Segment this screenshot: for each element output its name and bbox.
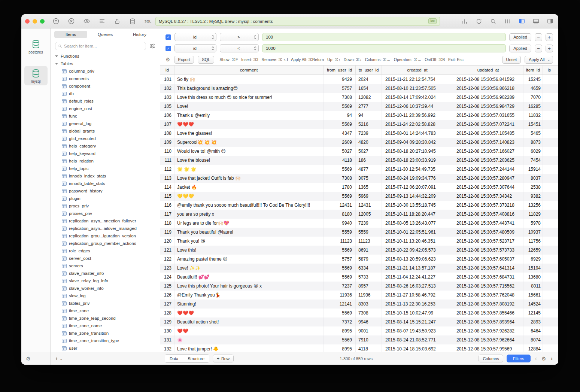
cell-created_at[interactable]: 2015-11-27 10:58:46.792 [382, 291, 453, 300]
cell-updated_at[interactable]: 2015-12-08 15:30:57.307644 [453, 183, 523, 192]
cell-item_id[interactable]: 5978 [523, 219, 543, 228]
table-row[interactable]: 122Amazing pastel theme 😊575758792015-08… [160, 255, 558, 264]
sidebar-table-item[interactable]: func [51, 112, 160, 120]
cell-item_id[interactable]: 6029 [523, 147, 543, 156]
cell-is_[interactable] [543, 147, 558, 156]
sidebar-table-item[interactable]: global_grants [51, 127, 160, 135]
cell-is_[interactable] [543, 291, 558, 300]
cell-updated_at[interactable]: 2015-12-08 15:30:57.962664 [453, 335, 523, 344]
cell-item_id[interactable]: 16285 [523, 102, 543, 111]
cell-comment[interactable]: Love! ✨✨ [174, 264, 324, 273]
cell-created_at[interactable]: 2015-08-14 17:09:42.024 [382, 93, 453, 102]
cell-from_user_id[interactable]: 9429 [324, 75, 356, 84]
table-row[interactable]: 121Love this!556986912015-10-22 09:42:05… [160, 246, 558, 255]
table-row[interactable]: 120Thank you! 😘11123111232015-10-11 13:2… [160, 237, 558, 246]
table-row[interactable]: 132Love that jumper! 🐥899541182015-10-24… [160, 344, 558, 352]
cell-item_id[interactable]: 6464 [523, 326, 543, 335]
cell-updated_at[interactable]: 2015-12-08 15:30:56.984729 [453, 102, 523, 111]
cell-to_user_id[interactable]: 7239 [356, 219, 382, 228]
sidebar-table-item[interactable]: help_category [51, 142, 160, 150]
cell-comment[interactable]: Love this photo! Your hair is gorgeous 😛… [174, 282, 324, 291]
cell-item_id[interactable]: 15451 [523, 120, 543, 129]
cell-id[interactable]: 114 [160, 183, 174, 192]
cell-is_[interactable] [543, 309, 558, 317]
cell-created_at[interactable]: 2015-11-30 12:54:49.735 [382, 165, 453, 174]
table-row[interactable]: 107❤️❤️❤️556952162015-11-24 22:02:58.828… [160, 120, 558, 129]
data-view-button[interactable]: Data [165, 355, 183, 362]
cell-to_user_id[interactable]: 9946 [356, 317, 382, 326]
cell-from_user_id[interactable]: 2609 [324, 138, 356, 147]
cell-updated_at[interactable]: 2015-12-08 15:30:57.99569 [453, 344, 523, 352]
cell-updated_at[interactable]: 2015-12-08 15:30:57.443741 [453, 219, 523, 228]
table-row[interactable]: 123Love! ✨✨556963342015-11-21 14:13:57.1… [160, 264, 558, 273]
table-row[interactable]: 116@emily thank you soooo much beautiful… [160, 201, 558, 210]
cell-item_id[interactable]: 5465 [523, 129, 543, 138]
cell-is_[interactable] [543, 129, 558, 138]
filter-column-select[interactable]: id [174, 44, 216, 52]
cell-created_at[interactable]: 2015-08-10 21:23:57.505 [382, 84, 453, 93]
table-row[interactable]: 106Thank u @emily94942015-10-11 20:39:56… [160, 111, 558, 120]
cell-updated_at[interactable]: 2015-12-08 15:30:57.684731 [453, 273, 523, 282]
cell-item_id[interactable]: 2538 [523, 183, 543, 192]
cell-comment[interactable]: Jacket 🔥 [174, 183, 324, 192]
sidebar-group-tables[interactable]: Tables [51, 60, 160, 67]
cell-is_[interactable] [543, 246, 558, 255]
cell-created_at[interactable]: 2015-10-01 22:05:51.961 [382, 228, 453, 237]
cell-is_[interactable] [543, 111, 558, 120]
cell-to_user_id[interactable]: 8691 [356, 246, 382, 255]
toggle-bottom-panel-icon[interactable] [531, 17, 540, 26]
cell-created_at[interactable]: 2015-10-24 18:15:03.692 [382, 344, 453, 352]
filter-applied-button[interactable]: Applied [509, 45, 531, 52]
cell-comment[interactable]: ❤️❤️ [174, 326, 324, 335]
cell-id[interactable]: 123 [160, 264, 174, 273]
cell-id[interactable]: 105 [160, 102, 174, 111]
cell-updated_at[interactable]: 2015-12-08 15:30:57.072241 [453, 120, 523, 129]
cell-item_id[interactable]: 12659 [523, 246, 543, 255]
cell-created_at[interactable]: 2015-10-22 09:42:05.573 [382, 246, 453, 255]
cell-id[interactable]: 126 [160, 291, 174, 300]
cell-comment[interactable]: Love! [174, 102, 324, 111]
cell-from_user_id[interactable]: 9940 [324, 219, 356, 228]
cell-is_[interactable] [543, 156, 558, 165]
cell-created_at[interactable]: 2015-08-05 13:26:43.077 [382, 219, 453, 228]
sidebar-table-item[interactable]: replication_asyn...ailover_managed [51, 225, 160, 232]
cell-updated_at[interactable]: 2015-12-08 15:30:57.523717 [453, 237, 523, 246]
table-row[interactable]: 111Love the blouse!41181862015-08-18 23:… [160, 156, 558, 165]
cell-to_user_id[interactable]: 12431 [356, 201, 382, 210]
column-header-from_user_id[interactable]: from_user_id [324, 66, 356, 75]
cell-id[interactable]: 117 [160, 210, 174, 219]
cell-created_at[interactable]: 2015-08-07 19:43:50.923 [382, 326, 453, 335]
cell-item_id[interactable]: 11829 [523, 210, 543, 219]
cell-item_id[interactable]: 7070 [523, 93, 543, 102]
cell-from_user_id[interactable]: 5569 [324, 102, 356, 111]
sidebar-table-item[interactable]: innodb_table_stats [51, 180, 160, 187]
cell-to_user_id[interactable]: 5559 [356, 228, 382, 237]
cell-created_at[interactable]: 2015-08-24 19:09:34.776 [382, 174, 453, 183]
cell-is_[interactable] [543, 183, 558, 192]
cell-comment[interactable]: 💛💛💛 [174, 192, 324, 201]
connect-icon[interactable] [51, 17, 60, 26]
search-icon[interactable] [489, 17, 498, 26]
cell-id[interactable]: 119 [160, 228, 174, 237]
cell-created_at[interactable]: 2015-11-13 22:30:16.253 [382, 300, 453, 309]
cell-id[interactable]: 107 [160, 120, 174, 129]
cell-to_user_id[interactable]: 6334 [356, 264, 382, 273]
cell-item_id[interactable]: 8037 [523, 174, 543, 183]
export-button[interactable]: Export [174, 56, 194, 64]
cell-from_user_id[interactable]: 5569 [324, 273, 356, 282]
cell-is_[interactable] [543, 237, 558, 246]
cell-updated_at[interactable]: 2015-12-08 15:30:57.031655 [453, 111, 523, 120]
table-row[interactable]: 125Love this photo! Your hair is gorgeou… [160, 282, 558, 291]
cell-item_id[interactable]: 10937 [523, 228, 543, 237]
table-row[interactable]: 124Beautiful!! 💕💕556957332015-11-04 12:2… [160, 273, 558, 282]
cell-to_user_id[interactable]: 5969 [356, 192, 382, 201]
cell-created_at[interactable]: 2015-12-06 10:37:39.44 [382, 102, 453, 111]
sidebar-table-item[interactable]: slave_master_info [51, 270, 160, 277]
column-header-comment[interactable]: comment [174, 66, 324, 75]
table-row[interactable]: 130❤️❤️899590012015-08-07 19:43:50.92320… [160, 326, 558, 335]
cell-id[interactable]: 131 [160, 335, 174, 344]
cell-from_user_id[interactable]: 5569 [324, 246, 356, 255]
app-settings-gear-icon[interactable]: ⚙ [26, 356, 31, 361]
cell-updated_at[interactable]: 2015-12-08 15:30:57.480509 [453, 228, 523, 237]
cell-is_[interactable] [543, 300, 558, 309]
